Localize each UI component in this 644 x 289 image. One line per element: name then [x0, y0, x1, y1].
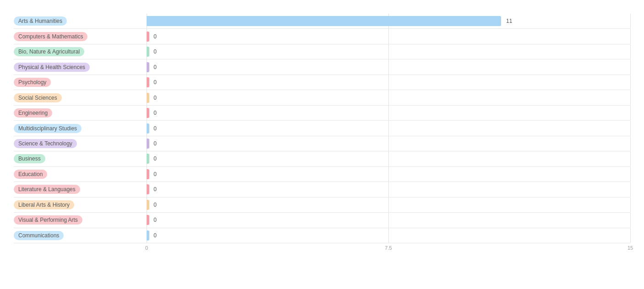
bar-track: 0: [147, 121, 630, 135]
bar-track: 0: [147, 44, 630, 59]
bar-row: Social Sciences0: [14, 90, 630, 105]
bar-track: 0: [147, 198, 630, 212]
bar-value: 0: [153, 95, 157, 101]
label-pill: Bio, Nature & Agricultural: [14, 47, 84, 56]
bar-label: Engineering: [14, 108, 147, 118]
label-pill: Physical & Health Sciences: [14, 63, 90, 72]
bar-label: Physical & Health Sciences: [14, 63, 147, 72]
bar-track: 0: [147, 59, 630, 74]
bar-value: 0: [153, 110, 157, 116]
bar-row: Education0: [14, 167, 630, 182]
bar-row: Visual & Performing Arts0: [14, 213, 630, 228]
bar-row: Physical & Health Sciences0: [14, 59, 630, 75]
bar-label: Science & Technology: [14, 139, 147, 148]
bar-row: Computers & Mathematics0: [14, 29, 630, 44]
label-pill: Arts & Humanities: [14, 16, 67, 26]
label-pill: Education: [14, 170, 47, 179]
bar-value: 0: [153, 64, 157, 70]
label-pill: Communications: [14, 231, 64, 240]
bar-fill: 0: [147, 62, 149, 72]
bar-row: Liberal Arts & History0: [14, 198, 630, 213]
bar-row: Business0: [14, 151, 630, 166]
bar-label: Social Sciences: [14, 93, 147, 102]
bar-label: Liberal Arts & History: [14, 200, 147, 209]
bar-fill: 0: [147, 215, 149, 225]
bar-track: 0: [147, 29, 630, 43]
bar-row: Literature & Languages0: [14, 182, 630, 197]
bar-fill: 0: [147, 184, 149, 194]
bar-label: Business: [14, 154, 147, 163]
x-tick: 0: [145, 245, 148, 251]
bar-row: Arts & Humanities11: [14, 14, 630, 29]
chart-area: Arts & Humanities11Computers & Mathemati…: [14, 14, 630, 243]
bar-label: Psychology: [14, 78, 147, 87]
bar-fill: 0: [147, 169, 149, 179]
label-pill: Social Sciences: [14, 93, 62, 102]
label-pill: Computers & Mathematics: [14, 32, 87, 41]
label-pill: Science & Technology: [14, 139, 77, 148]
label-pill: Psychology: [14, 78, 51, 87]
bar-track: 0: [147, 167, 630, 182]
bar-fill: 0: [147, 77, 149, 87]
bar-track: 0: [147, 213, 630, 227]
bar-row: Science & Technology0: [14, 136, 630, 151]
bar-track: 11: [147, 14, 630, 28]
bar-fill: 0: [147, 200, 149, 210]
bar-label: Bio, Nature & Agricultural: [14, 47, 147, 56]
bar-fill: 0: [147, 123, 149, 134]
bar-label: Visual & Performing Arts: [14, 215, 147, 225]
bar-label: Education: [14, 170, 147, 179]
bar-track: 0: [147, 75, 630, 90]
bar-row: Communications0: [14, 228, 630, 243]
bar-value: 0: [153, 217, 157, 223]
bar-value: 0: [153, 171, 157, 177]
bar-label: Computers & Mathematics: [14, 32, 147, 41]
bar-label: Communications: [14, 231, 147, 240]
bar-row: Bio, Nature & Agricultural0: [14, 44, 630, 59]
x-tick: 7.5: [385, 245, 392, 251]
bar-value: 0: [153, 140, 157, 147]
bar-value: 0: [153, 155, 157, 162]
bar-row: Engineering0: [14, 106, 630, 121]
chart-container: Arts & Humanities11Computers & Mathemati…: [0, 0, 644, 289]
bar-track: 0: [147, 228, 630, 243]
bar-track: 0: [147, 106, 630, 120]
bar-value: 0: [153, 79, 157, 86]
x-tick: 15: [628, 245, 633, 251]
bar-value: 0: [153, 125, 157, 132]
bar-row: Psychology0: [14, 75, 630, 90]
bar-fill: 0: [147, 230, 149, 241]
bar-value: 0: [153, 202, 157, 208]
bar-fill: 11: [147, 16, 501, 26]
bar-track: 0: [147, 90, 630, 105]
bar-row: Multidisciplinary Studies0: [14, 121, 630, 136]
label-pill: Multidisciplinary Studies: [14, 124, 82, 133]
bar-value: 0: [153, 33, 157, 40]
label-pill: Engineering: [14, 108, 52, 118]
bar-fill: 0: [147, 154, 149, 164]
label-pill: Liberal Arts & History: [14, 200, 74, 209]
bar-value: 11: [506, 18, 512, 24]
bar-value: 0: [153, 186, 157, 193]
bar-label: Multidisciplinary Studies: [14, 124, 147, 133]
bar-value: 0: [153, 232, 157, 239]
bar-track: 0: [147, 182, 630, 197]
bar-fill: 0: [147, 32, 149, 42]
bar-track: 0: [147, 136, 630, 151]
label-pill: Literature & Languages: [14, 185, 80, 194]
bar-value: 0: [153, 48, 157, 55]
label-pill: Visual & Performing Arts: [14, 215, 82, 225]
bar-label: Arts & Humanities: [14, 16, 147, 26]
bar-fill: 0: [147, 93, 149, 103]
bar-fill: 0: [147, 47, 149, 57]
label-pill: Business: [14, 154, 45, 163]
bar-label: Literature & Languages: [14, 185, 147, 194]
bar-track: 0: [147, 151, 630, 166]
bar-fill: 0: [147, 139, 149, 149]
bar-fill: 0: [147, 108, 149, 118]
